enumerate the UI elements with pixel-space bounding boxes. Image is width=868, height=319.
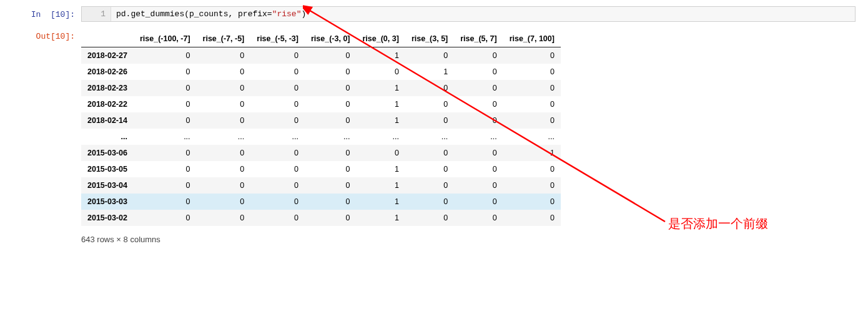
column-header: rise_(-5, -3] (250, 31, 305, 47)
table-cell: 1 (503, 145, 561, 161)
table-cell: 1 (405, 64, 454, 80)
table-cell: 0 (134, 177, 197, 194)
table-cell: 0 (134, 80, 197, 96)
code-line[interactable]: pd.get_dummies(p_counts, prefix="rise") (111, 7, 855, 21)
table-cell: 0 (250, 194, 305, 210)
table-cell: ... (197, 129, 251, 145)
table-cell: 0 (134, 96, 197, 112)
table-row: ........................... (81, 129, 561, 145)
table-cell: 0 (250, 96, 305, 112)
table-cell: 0 (454, 145, 503, 161)
output-cell: Out[10]: rise_(-100, -7]rise_(-7, -5]ris… (12, 28, 856, 244)
table-cell: 1 (357, 210, 405, 226)
table-cell: 0 (250, 177, 305, 194)
table-cell: ... (405, 129, 454, 145)
table-cell: 0 (134, 161, 197, 177)
table-cell: 0 (405, 145, 454, 161)
index-header (81, 31, 134, 47)
table-cell: ... (357, 129, 405, 145)
table-cell: 0 (503, 161, 561, 177)
code-area[interactable]: 1 pd.get_dummies(p_counts, prefix="rise"… (81, 6, 856, 22)
table-cell: 0 (503, 177, 561, 194)
table-cell: 0 (454, 161, 503, 177)
table-header: rise_(-100, -7]rise_(-7, -5]rise_(-5, -3… (81, 31, 561, 47)
table-cell: 0 (405, 47, 454, 64)
table-cell: 0 (250, 145, 305, 161)
table-cell: 0 (405, 194, 454, 210)
table-cell: 0 (197, 80, 251, 96)
table-cell: 0 (134, 145, 197, 161)
table-cell: 0 (250, 112, 305, 129)
row-index: 2018-02-26 (81, 64, 134, 80)
table-row: 2015-03-0400001000 (81, 177, 561, 194)
table-cell: 0 (305, 112, 357, 129)
table-cell: 0 (503, 64, 561, 80)
table-cell: ... (454, 129, 503, 145)
code-suffix: ) (301, 9, 306, 19)
table-cell: ... (250, 129, 305, 145)
table-row: 2015-03-0600000001 (81, 145, 561, 161)
row-index: 2015-03-06 (81, 145, 134, 161)
row-index: 2018-02-27 (81, 47, 134, 64)
table-row: 2018-02-2600000100 (81, 64, 561, 80)
table-cell: 0 (305, 194, 357, 210)
table-cell: 0 (454, 80, 503, 96)
table-cell: 0 (134, 112, 197, 129)
table-cell: 0 (503, 96, 561, 112)
row-index: 2018-02-23 (81, 80, 134, 96)
table-cell: 0 (503, 210, 561, 226)
table-cell: 0 (197, 177, 251, 194)
row-index: 2018-02-22 (81, 96, 134, 112)
table-cell: 0 (357, 64, 405, 80)
table-cell: 1 (357, 47, 405, 64)
table-cell: 0 (134, 64, 197, 80)
code-prefix: pd.get_dummies(p_counts, prefix= (116, 9, 272, 19)
table-cell: 0 (454, 194, 503, 210)
table-cell: 0 (405, 161, 454, 177)
table-cell: 0 (197, 47, 251, 64)
table-cell: 0 (305, 80, 357, 96)
table-row: 2018-02-2200001000 (81, 96, 561, 112)
table-cell: 0 (454, 47, 503, 64)
table-row: 2018-02-2300001000 (81, 80, 561, 96)
table-cell: 0 (454, 96, 503, 112)
table-cell: 1 (357, 161, 405, 177)
table-cell: 0 (305, 47, 357, 64)
table-cell: 0 (134, 194, 197, 210)
table-cell: 0 (197, 64, 251, 80)
table-cell: 0 (503, 47, 561, 64)
row-index: ... (81, 129, 134, 145)
table-cell: 0 (134, 210, 197, 226)
annotation-text: 是否添加一个前缀 (668, 215, 768, 232)
table-cell: 0 (197, 145, 251, 161)
table-cell: 0 (305, 161, 357, 177)
table-cell: 0 (250, 64, 305, 80)
table-cell: 0 (454, 177, 503, 194)
table-cell: 0 (250, 161, 305, 177)
table-cell: 0 (305, 96, 357, 112)
table-row: 2015-03-0200001000 (81, 210, 561, 226)
table-cell: 1 (357, 194, 405, 210)
in-prompt: In [10]: (12, 6, 81, 19)
table-cell: 0 (454, 112, 503, 129)
column-header: rise_(-7, -5] (197, 31, 251, 47)
table-row: 2015-03-0500001000 (81, 161, 561, 177)
output-area: rise_(-100, -7]rise_(-7, -5]rise_(-5, -3… (81, 28, 856, 244)
table-cell: ... (503, 129, 561, 145)
table-cell: 0 (503, 112, 561, 129)
table-cell: 0 (250, 80, 305, 96)
table-cell: 1 (357, 177, 405, 194)
table-cell: 0 (197, 194, 251, 210)
table-cell: 0 (197, 112, 251, 129)
table-cell: 1 (357, 96, 405, 112)
table-cell: 0 (305, 145, 357, 161)
row-index: 2018-02-14 (81, 112, 134, 129)
table-body: 2018-02-27000010002018-02-26000001002018… (81, 47, 561, 227)
table-cell: 0 (305, 177, 357, 194)
row-index: 2015-03-02 (81, 210, 134, 226)
table-cell: 0 (250, 47, 305, 64)
column-header: rise_(0, 3] (357, 31, 405, 47)
table-cell: 0 (405, 96, 454, 112)
column-header: rise_(3, 5] (405, 31, 454, 47)
table-cell: 1 (357, 112, 405, 129)
